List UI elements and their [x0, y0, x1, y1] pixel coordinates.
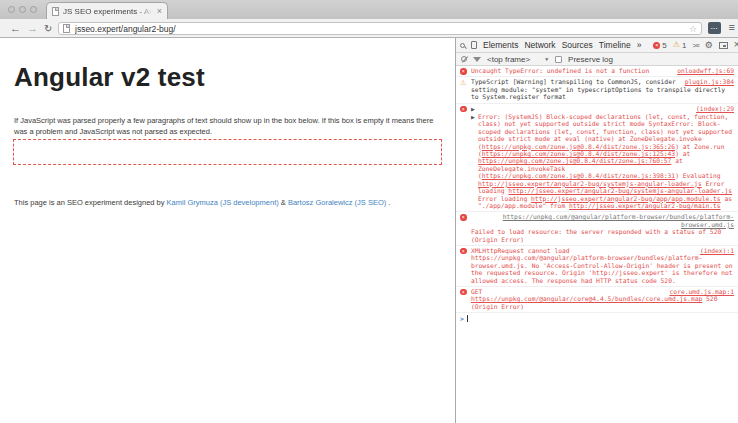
error-text: Failed to load resource: the server resp… [471, 228, 734, 243]
back-button[interactable]: ← [10, 20, 21, 37]
error-count-badge[interactable]: ×5 [653, 41, 666, 50]
expand-arrow-icon[interactable]: ▶ [471, 106, 475, 112]
console-error-message: × (index):1 XMLHttpRequest cannot load h… [456, 246, 738, 287]
devtools-toolbar: Elements Network Sources Timeline » ×5 ⚠… [456, 38, 738, 53]
footer-credit: This page is an SEO experiment designed … [14, 198, 390, 207]
browser-window: JS SEO experiments - Ang × ← → ↻ jsseo.e… [0, 0, 738, 423]
error-text: Uncaught TypeError: undefined is not a f… [471, 67, 649, 74]
tab-timeline[interactable]: Timeline [599, 40, 631, 50]
clear-console-icon[interactable] [461, 56, 467, 62]
browser-menu-icon[interactable]: ≡ [729, 21, 735, 33]
devtools-panel: Elements Network Sources Timeline » ×5 ⚠… [455, 38, 738, 423]
prompt-caret-icon: > [460, 315, 464, 322]
error-icon: × [460, 248, 467, 255]
address-bar[interactable]: jsseo.expert/angular2-bug/ ☆ [58, 22, 702, 35]
frame-selector-dropdown[interactable]: <top frame> ▼ [487, 55, 549, 64]
error-icon: × [460, 106, 467, 113]
footer-suffix: . [386, 198, 390, 207]
error-detail: https://unpkg.com/@angular/core@4.4.5/bu… [471, 295, 734, 310]
console-error-message: × (index):29 ▶ ▶ Error: (SystemJS) Block… [456, 104, 738, 213]
preserve-log-checkbox[interactable] [555, 56, 562, 63]
console-prompt[interactable]: > [456, 313, 738, 324]
gear-icon[interactable]: ⚙ [705, 41, 713, 50]
url-page-icon[interactable] [63, 24, 70, 33]
devtools-close-icon[interactable]: × [734, 40, 738, 50]
tab-network[interactable]: Network [524, 40, 555, 50]
tab-strip: JS SEO experiments - Ang × [0, 0, 738, 19]
source-link-index-29[interactable]: (index):29 [696, 105, 734, 112]
error-icon: × [460, 289, 467, 296]
tab-favicon-page-icon [52, 7, 59, 16]
window-content: Angular v2 test If JavaScript was parsed… [0, 38, 738, 423]
console-error-message: × core.umd.js.map:1 GET https://unpkg.co… [456, 287, 738, 313]
error-text: Error: (SystemJS) Block-scoped declarati… [478, 113, 732, 209]
url-text[interactable]: jsseo.expert/angular2-bug/ [75, 24, 684, 34]
dock-side-icon[interactable] [719, 42, 728, 49]
minimize-window-button[interactable] [19, 6, 26, 13]
search-icon[interactable] [460, 43, 465, 48]
tab-close-icon[interactable]: × [157, 7, 162, 16]
reload-button[interactable]: ↻ [44, 20, 52, 37]
extension-button[interactable]: ••• [708, 22, 721, 34]
error-count: 5 [662, 41, 666, 50]
zoom-window-button[interactable] [30, 6, 37, 13]
text-cursor [467, 315, 468, 322]
kamil-grymuza-link[interactable]: Kamil Grymuza (JS development) [167, 198, 279, 207]
source-url-block: https://unpkg.com/@angular/platform-brow… [471, 213, 734, 228]
expand-arrow-icon[interactable]: ▶ [471, 114, 475, 121]
source-link-plugin[interactable]: plugin.js:384 [685, 78, 734, 85]
error-icon: × [460, 68, 467, 75]
footer-prefix: This page is an SEO experiment designed … [14, 198, 167, 207]
console-drawer-icon[interactable]: >≡ [692, 42, 698, 49]
warning-count: 1 [682, 41, 686, 50]
preserve-log-label: Preserve log [568, 55, 613, 64]
console-error-message: × https://unpkg.com/@angular/platform-br… [456, 212, 738, 246]
error-icon: × [460, 214, 467, 221]
error-icon: × [653, 42, 660, 49]
error-detail: https://unpkg.com/@angular/platform-brow… [471, 254, 734, 284]
page-title: Angular v2 test [14, 62, 455, 93]
console-toolbar: <top frame> ▼ Preserve log [456, 53, 738, 66]
footer-separator: & [279, 198, 288, 207]
error-detail: ▶ Error: (SystemJS) Block-scoped declara… [471, 113, 734, 209]
web-page: Angular v2 test If JavaScript was parsed… [0, 38, 455, 423]
warning-icon: ⚠ [673, 41, 680, 49]
tab-title: JS SEO experiments - Ang [63, 7, 153, 16]
error-text: XMLHttpRequest cannot load [471, 247, 570, 254]
warning-count-badge[interactable]: ⚠1 [673, 41, 687, 50]
bartosz-goralewicz-link[interactable]: Bartosz Goralewicz (JS SEO) [288, 198, 386, 207]
warning-icon: ⚠ [460, 79, 466, 86]
forward-button[interactable]: → [27, 20, 38, 37]
browser-tab[interactable]: JS SEO experiments - Ang × [46, 2, 168, 19]
tab-elements[interactable]: Elements [483, 40, 518, 50]
source-link-core-umd-map[interactable]: core.umd.js.map:1 [670, 288, 734, 295]
source-link-platform-browser[interactable]: https://unpkg.com/@angular/platform-brow… [503, 213, 734, 227]
tabs-overflow-chevron-icon[interactable]: » [637, 40, 642, 50]
console-warning-message: ⚠ plugin.js:384 TypeScript [Warning] tra… [456, 77, 738, 103]
source-link-index-1[interactable]: (index):1 [700, 247, 734, 254]
close-window-button[interactable] [8, 6, 15, 13]
device-mode-icon[interactable] [471, 41, 477, 49]
filter-icon[interactable] [473, 57, 481, 62]
frame-selector-value: <top frame> [487, 55, 530, 64]
source-link-onloadwff[interactable]: onloadwff.js:69 [677, 67, 734, 74]
intro-paragraph: If JavaScript was parsed properly a few … [14, 115, 438, 137]
chevron-down-icon: ▼ [544, 56, 549, 62]
tab-sources[interactable]: Sources [562, 40, 593, 50]
console-error-message: × onloadwff.js:69 Uncaught TypeError: un… [456, 66, 738, 77]
bookmark-star-icon[interactable]: ☆ [689, 24, 697, 34]
error-text: GET [471, 288, 482, 295]
browser-toolbar: ← → ↻ jsseo.expert/angular2-bug/ ☆ ••• ≡ [0, 19, 738, 38]
window-controls [8, 6, 37, 13]
empty-js-content-box [13, 139, 442, 165]
core-umd-map-link[interactable]: https://unpkg.com/@angular/core@4.4.5/bu… [471, 295, 702, 302]
console-log: × onloadwff.js:69 Uncaught TypeError: un… [456, 66, 738, 423]
